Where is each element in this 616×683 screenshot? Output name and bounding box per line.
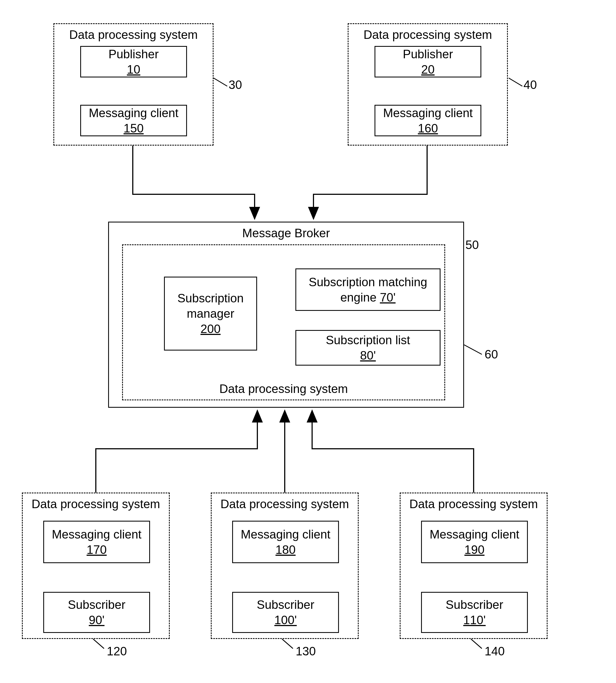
subscription-manager-num: 200: [200, 322, 220, 336]
broker-title: Message Broker: [109, 223, 463, 240]
messaging-client-box: Messaging client 150: [80, 105, 187, 136]
messaging-client-num: 150: [124, 121, 144, 135]
messaging-client-num: 170: [87, 543, 107, 556]
system-title: Data processing system: [212, 493, 358, 511]
system-title: Data processing system: [54, 24, 213, 42]
messaging-client-num: 160: [418, 121, 438, 135]
messaging-client-box: Messaging client 180: [232, 521, 339, 563]
callout-120: 120: [107, 644, 127, 658]
publisher-num: 10: [127, 63, 140, 76]
messaging-client-label: Messaging client: [89, 106, 178, 120]
callout-30: 30: [228, 78, 242, 92]
messaging-client-box: Messaging client 170: [43, 521, 150, 563]
system-title: Data processing system: [400, 493, 547, 511]
publisher-label: Publisher: [403, 47, 453, 61]
subscription-manager-label-2: manager: [187, 307, 234, 320]
publisher-num: 20: [421, 63, 435, 76]
callout-50: 50: [465, 238, 479, 252]
subscription-manager-label-1: Subscription: [177, 291, 244, 305]
subscriber-label: Subscriber: [446, 598, 503, 612]
svg-line-8: [464, 345, 482, 355]
subscription-list-label: Subscription list: [326, 333, 410, 347]
subscriber-num: 110': [463, 613, 486, 627]
messaging-client-box: Messaging client 160: [375, 105, 481, 136]
subscriber-box: Subscriber 110': [421, 592, 528, 633]
system-top-right: Data processing system Publisher 20 Mess…: [348, 23, 508, 145]
publisher-label: Publisher: [108, 47, 158, 61]
messaging-client-label: Messaging client: [383, 106, 473, 120]
system-title: Data processing system: [23, 493, 169, 511]
messaging-client-label: Messaging client: [52, 528, 141, 541]
subscription-list-box: Subscription list 80': [295, 330, 441, 366]
svg-line-14: [282, 639, 293, 648]
system-bottom-mid: Data processing system Messaging client …: [211, 493, 359, 639]
subscription-list-num: 80': [360, 349, 376, 362]
matching-engine-label-1: Subscription matching: [309, 275, 427, 289]
broker-system: Subscription manager 200 Subscription ma…: [122, 244, 445, 400]
publisher-box: Publisher 20: [375, 46, 481, 77]
subscriber-label: Subscriber: [257, 598, 314, 612]
system-bottom-left: Data processing system Messaging client …: [22, 493, 170, 639]
svg-line-5: [214, 78, 227, 86]
subscription-matching-engine-box: Subscription matching engine 70': [295, 269, 441, 311]
system-bottom-right: Data processing system Messaging client …: [400, 493, 548, 639]
subscriber-num: 90': [89, 613, 104, 627]
messaging-client-label: Messaging client: [241, 528, 330, 541]
subscriber-box: Subscriber 100': [232, 592, 339, 633]
callout-40: 40: [524, 78, 537, 92]
callout-140: 140: [485, 644, 505, 658]
subscriber-label: Subscriber: [68, 598, 125, 612]
svg-line-6: [509, 78, 522, 86]
system-top-left: Data processing system Publisher 10 Mess…: [53, 23, 214, 145]
subscriber-num: 100': [274, 613, 297, 627]
messaging-client-box: Messaging client 190: [421, 521, 528, 563]
system-title: Data processing system: [349, 24, 507, 42]
svg-line-13: [93, 639, 104, 648]
messaging-client-num: 180: [276, 543, 295, 556]
matching-engine-num: 70': [380, 291, 396, 304]
messaging-client-num: 190: [464, 543, 484, 556]
subscriber-box: Subscriber 90': [43, 592, 150, 633]
svg-line-15: [471, 639, 482, 648]
subscription-manager-box: Subscription manager 200: [164, 277, 257, 350]
publisher-box: Publisher 10: [80, 46, 187, 77]
matching-engine-label-2: engine: [340, 291, 380, 304]
broker-system-title: Data processing system: [123, 382, 444, 396]
callout-130: 130: [296, 644, 316, 658]
message-broker-box: Message Broker Subscription manager 200 …: [108, 222, 464, 408]
callout-60: 60: [485, 347, 498, 361]
messaging-client-label: Messaging client: [430, 528, 519, 541]
